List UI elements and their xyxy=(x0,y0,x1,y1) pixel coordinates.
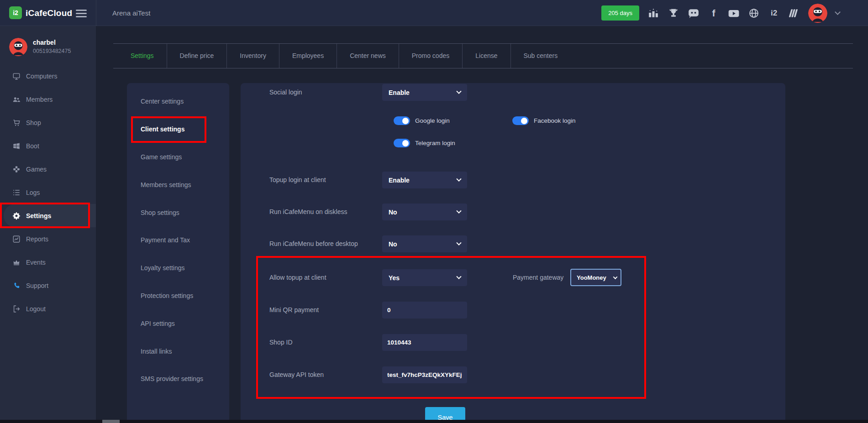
telegram-login-toggle[interactable] xyxy=(394,139,410,147)
top-header-bar: i2 iCafeCloud Arena aiTest 205 days xyxy=(0,0,868,26)
settings-nav-panel: Center settings Client settings Game set… xyxy=(127,83,229,423)
facebook-login-toggle[interactable] xyxy=(512,116,529,125)
hamburger-menu-icon[interactable] xyxy=(76,10,87,17)
user-avatar[interactable] xyxy=(808,4,827,23)
nav-client-settings[interactable]: Client settings xyxy=(127,115,229,143)
telegram-login-label: Telegram login xyxy=(415,139,455,147)
chevron-down-icon[interactable] xyxy=(835,9,841,15)
nav-loyalty-settings[interactable]: Loyalty settings xyxy=(127,254,229,282)
allow-topup-select[interactable]: Yes xyxy=(382,269,467,286)
sidebar-item-reports[interactable]: Reports xyxy=(0,227,96,251)
sidebar-item-label: Boot xyxy=(26,142,39,150)
sidebar-item-label: Events xyxy=(26,259,46,266)
sidebar-item-support[interactable]: Support xyxy=(0,274,96,297)
sidebar-item-shop[interactable]: Shop xyxy=(0,111,96,134)
tab-sub-centers[interactable]: Sub centers xyxy=(511,44,571,68)
nav-install-links[interactable]: Install links xyxy=(127,337,229,365)
chevron-down-icon xyxy=(456,208,461,213)
sidebar-item-logs[interactable]: Logs xyxy=(0,181,96,204)
allow-topup-label: Allow topup at client xyxy=(269,269,326,286)
sidebar-user-avatar[interactable] xyxy=(9,38,27,56)
trophy-icon[interactable] xyxy=(668,7,679,19)
tab-promo-codes[interactable]: Promo codes xyxy=(399,44,463,68)
google-login-label: Google login xyxy=(415,116,450,125)
sidebar-item-boot[interactable]: Boot xyxy=(0,134,96,157)
center-name-title: Arena aiTest xyxy=(112,0,150,26)
horizontal-scrollbar xyxy=(0,420,868,423)
mini-qr-input[interactable] xyxy=(382,302,467,319)
gateway-api-token-input[interactable] xyxy=(382,366,467,383)
nav-protection-settings[interactable]: Protection settings xyxy=(127,282,229,310)
topup-login-select[interactable]: Enable xyxy=(382,172,467,188)
header-actions: 205 days f xyxy=(601,0,840,26)
gateway-api-token-label: Gateway API token xyxy=(269,366,324,383)
nav-members-settings[interactable]: Members settings xyxy=(127,171,229,198)
nav-payment-and-tax[interactable]: Payment and Tax xyxy=(127,226,229,254)
social-login-select[interactable]: Enable xyxy=(382,84,467,101)
tab-inventory[interactable]: Inventory xyxy=(227,44,279,68)
icafemenu-diskless-value: No xyxy=(389,209,397,216)
icafemenu-before-desktop-select[interactable]: No xyxy=(382,235,467,252)
icafemenu-before-desktop-label: Run iCafeMenu before desktop xyxy=(269,235,358,252)
globe-icon[interactable] xyxy=(748,7,760,19)
tab-bar: Settings Define price Inventory Employee… xyxy=(113,43,853,68)
ranking-icon[interactable] xyxy=(647,7,659,19)
sidebar: charbel 005193482475 Computers Members S… xyxy=(0,26,96,423)
chevron-down-icon xyxy=(613,275,618,279)
social-login-label: Social login xyxy=(269,84,302,101)
sidebar-user-id: 005193482475 xyxy=(33,48,71,54)
tab-define-price[interactable]: Define price xyxy=(167,44,227,68)
google-login-toggle[interactable] xyxy=(394,116,410,125)
payment-gateway-value: YooMoney xyxy=(577,274,606,281)
nav-sms-provider-settings[interactable]: SMS provider settings xyxy=(127,365,229,393)
sidebar-item-settings[interactable]: Settings xyxy=(4,204,96,227)
layers-icon[interactable] xyxy=(788,7,800,19)
sidebar-item-events[interactable]: Events xyxy=(0,251,96,274)
license-days-badge[interactable]: 205 days xyxy=(601,5,639,21)
nav-shop-settings[interactable]: Shop settings xyxy=(127,198,229,226)
sidebar-item-computers[interactable]: Computers xyxy=(0,64,96,88)
social-login-value: Enable xyxy=(389,89,410,96)
sidebar-menu: Computers Members Shop Boot Games Logs S… xyxy=(0,64,96,320)
topup-login-label: Topup login at client xyxy=(269,172,326,188)
sidebar-item-label: Reports xyxy=(26,235,48,243)
icafemenu-diskless-select[interactable]: No xyxy=(382,204,467,220)
discord-icon[interactable] xyxy=(688,7,700,19)
mini-qr-label: Mini QR payment xyxy=(269,302,319,319)
shop-id-input[interactable] xyxy=(382,334,467,351)
payment-gateway-select[interactable]: YooMoney xyxy=(570,269,621,286)
sidebar-item-label: Members xyxy=(26,96,53,103)
sidebar-item-members[interactable]: Members xyxy=(0,88,96,111)
youtube-icon[interactable] xyxy=(728,7,740,19)
tab-license[interactable]: License xyxy=(463,44,510,68)
icafecloud-logo-icon: i2 xyxy=(9,6,22,19)
sidebar-item-label: Settings xyxy=(26,212,51,219)
horizontal-scrollbar-thumb[interactable] xyxy=(102,420,120,423)
sidebar-item-logout[interactable]: Logout xyxy=(0,297,96,320)
sidebar-item-label: Support xyxy=(26,282,48,289)
settings-nav-list: Center settings Client settings Game set… xyxy=(127,83,229,393)
tab-employees[interactable]: Employees xyxy=(279,44,337,68)
client-settings-form: Social login Enable Google login Faceboo… xyxy=(241,83,785,423)
topup-login-value: Enable xyxy=(389,177,410,184)
nav-center-settings[interactable]: Center settings xyxy=(127,88,229,115)
sidebar-user-name: charbel xyxy=(33,39,56,46)
sidebar-item-label: Logout xyxy=(26,305,46,313)
app-logo-text: iCafeCloud xyxy=(26,0,72,26)
sidebar-user-block: charbel 005193482475 xyxy=(0,26,96,59)
chevron-down-icon xyxy=(456,176,461,181)
tab-settings[interactable]: Settings xyxy=(118,44,167,68)
tab-center-news[interactable]: Center news xyxy=(337,44,399,68)
nav-api-settings[interactable]: API settings xyxy=(127,309,229,337)
sidebar-item-games[interactable]: Games xyxy=(0,157,96,181)
payment-gateway-label: Payment gateway xyxy=(513,269,563,286)
sidebar-item-label: Shop xyxy=(26,119,41,126)
allow-topup-value: Yes xyxy=(389,274,400,282)
nav-game-settings[interactable]: Game settings xyxy=(127,143,229,171)
header-divider xyxy=(96,0,96,26)
icafemenu-diskless-label: Run iCafeMenu on diskless xyxy=(269,204,347,220)
chevron-down-icon xyxy=(456,89,461,94)
chevron-down-icon xyxy=(456,240,461,245)
icafecloud-mark-icon[interactable]: i2 xyxy=(768,7,780,19)
facebook-icon[interactable]: f xyxy=(708,7,720,19)
